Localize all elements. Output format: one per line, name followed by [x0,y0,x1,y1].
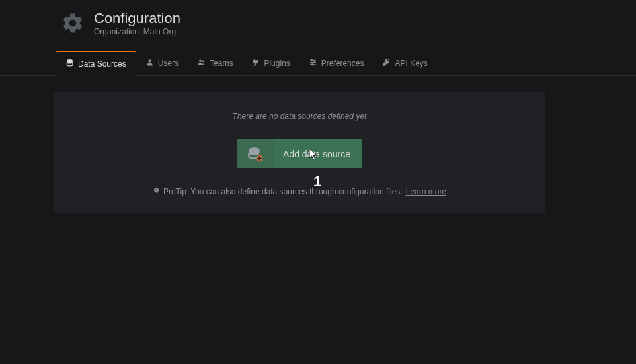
svg-point-8 [313,61,315,63]
tabs-nav: Data Sources Users Teams Plugins Prefere [0,43,636,76]
svg-point-9 [311,63,313,65]
tab-preferences[interactable]: Preferences [299,51,374,75]
svg-point-3 [202,60,204,62]
tab-label: Users [158,59,179,68]
users-icon [197,58,206,69]
tab-plugins[interactable]: Plugins [242,51,299,75]
key-icon [382,58,391,69]
tab-label: Plugins [264,59,290,68]
tab-users[interactable]: Users [136,51,188,75]
tab-label: Teams [210,59,233,68]
tab-label: Preferences [321,59,364,68]
tab-label: API Keys [395,59,427,68]
protip: ProTip: You can also define data sources… [153,187,446,196]
tab-teams[interactable]: Teams [188,51,242,75]
tab-data-sources[interactable]: Data Sources [56,51,136,76]
add-data-source-button[interactable]: Add data source [237,139,362,168]
protip-text: ProTip: You can also define data sources… [163,187,403,196]
empty-state-message: There are no data sources defined yet [233,112,367,121]
database-icon [65,59,74,69]
page-title: Configuration [94,10,180,27]
svg-point-7 [311,59,312,61]
add-data-source-label: Add data source [274,149,362,159]
data-sources-panel: There are no data sources defined yet Ad… [54,92,545,213]
sliders-icon [309,58,317,69]
svg-point-2 [199,59,202,62]
gear-icon [61,11,85,35]
plug-icon [251,58,260,69]
page-subtitle: Organization: Main Org. [94,27,180,36]
user-icon [145,58,154,69]
page-header: Configuration Organization: Main Org. [0,7,636,43]
database-add-icon [237,139,274,168]
rocket-icon [153,187,160,196]
tab-label: Data Sources [78,59,126,69]
tab-api-keys[interactable]: API Keys [373,51,436,75]
svg-point-1 [148,59,151,62]
learn-more-link[interactable]: Learn more [406,187,446,196]
